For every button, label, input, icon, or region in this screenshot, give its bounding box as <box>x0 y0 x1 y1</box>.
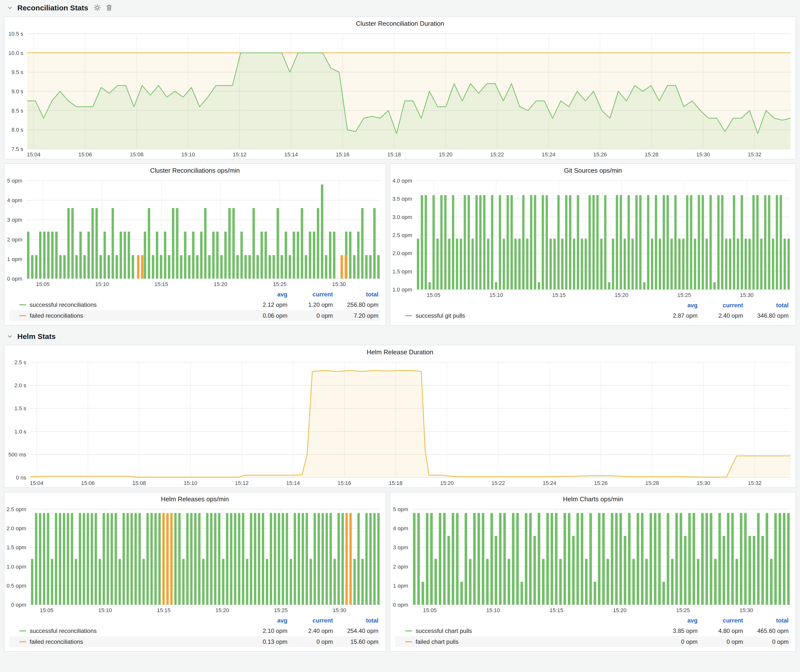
svg-text:15:22: 15:22 <box>491 480 505 486</box>
svg-text:2.0 opm: 2.0 opm <box>393 250 412 256</box>
svg-text:15:20: 15:20 <box>440 480 454 486</box>
legend: avgcurrenttotalsuccessful reconciliation… <box>5 288 386 325</box>
svg-text:15:10: 15:10 <box>486 607 500 613</box>
panel-title[interactable]: Helm Charts ops/min <box>390 492 795 505</box>
legend-col-total[interactable]: total <box>333 617 379 624</box>
chart-helm-releases-opm[interactable]: 2.5 opm2.0 opm1.5 opm1.0 opm0.5 opm0 opm… <box>5 505 386 614</box>
series-toggle[interactable]: successful git pulls <box>405 312 652 319</box>
svg-text:0 opm: 0 opm <box>393 602 408 608</box>
legend-row: successful chart pulls3.85 opm4.80 opm46… <box>395 626 790 636</box>
svg-text:3 opm: 3 opm <box>393 544 408 550</box>
svg-text:15:28: 15:28 <box>645 151 658 158</box>
legend-stat: 2.87 opm <box>652 312 698 319</box>
svg-text:15:12: 15:12 <box>235 480 249 486</box>
svg-text:15:04: 15:04 <box>27 151 40 158</box>
legend-stat: 2.10 opm <box>242 627 288 634</box>
svg-text:2 opm: 2 opm <box>393 564 408 570</box>
svg-text:8.0 s: 8.0 s <box>11 127 23 133</box>
chart-cluster-reconciliations-opm[interactable]: 5 opm4 opm3 opm2 opm1 opm0 opm15:0515:10… <box>5 177 386 288</box>
panel-title[interactable]: Cluster Reconciliations ops/min <box>5 164 386 177</box>
legend-header: avgcurrenttotal <box>10 290 381 299</box>
svg-text:15:15: 15:15 <box>552 292 566 298</box>
series-toggle[interactable]: successful reconciliations <box>19 627 242 634</box>
legend-col-current[interactable]: current <box>288 617 333 624</box>
legend-stat: 0 opm <box>698 638 743 645</box>
legend-header: avgcurrenttotal <box>395 616 790 626</box>
chart-svg: 4.0 opm3.5 opm3.0 opm2.5 opm2.0 opm1.5 o… <box>390 177 795 299</box>
legend-stat: 0.13 opm <box>242 638 288 645</box>
legend-col-avg[interactable]: avg <box>652 617 698 624</box>
series-toggle[interactable]: failed chart pulls <box>405 638 652 645</box>
svg-text:15:30: 15:30 <box>697 480 710 486</box>
svg-text:15:20: 15:20 <box>615 292 628 298</box>
series-toggle[interactable]: failed reconciliations <box>19 312 242 319</box>
section-title[interactable]: Reconciliation Stats <box>17 3 88 12</box>
legend-stat: 2.12 opm <box>242 301 288 308</box>
svg-text:15:05: 15:05 <box>427 292 440 298</box>
section-title[interactable]: Helm Stats <box>17 332 56 341</box>
legend-col-avg[interactable]: avg <box>242 291 288 298</box>
chart-svg: 2.5 s2.0 s1.5 s1.0 s500 ms0 ns15:0415:06… <box>5 358 795 487</box>
legend-col-total[interactable]: total <box>743 617 789 624</box>
series-toggle[interactable]: successful reconciliations <box>19 301 242 308</box>
svg-text:15:24: 15:24 <box>543 480 556 486</box>
svg-text:0 ns: 0 ns <box>16 475 26 481</box>
svg-text:2.0 s: 2.0 s <box>14 382 26 389</box>
chart-helm-charts-opm[interactable]: 5 opm4 opm3 opm2 opm1 opm0 opm15:0515:10… <box>390 505 795 614</box>
legend-col-avg[interactable]: avg <box>242 617 288 624</box>
panel-helm-charts-opm: Helm Charts ops/min 5 opm4 opm3 opm2 opm… <box>390 492 796 652</box>
chart-svg: 10.5 s10.0 s9.5 s9.0 s8.5 s8.0 s7.5 s15:… <box>5 30 795 159</box>
panel-title[interactable]: Cluster Reconciliation Duration <box>5 17 795 30</box>
legend-col-current[interactable]: current <box>698 617 743 624</box>
panel-title[interactable]: Helm Release Duration <box>5 346 795 358</box>
chart-git-sources-opm[interactable]: 4.0 opm3.5 opm3.0 opm2.5 opm2.0 opm1.5 o… <box>390 177 795 299</box>
legend-row: failed reconciliations0.06 opm0 opm7.20 … <box>10 310 381 321</box>
chart-cluster-reconciliation-duration[interactable]: 10.5 s10.0 s9.5 s9.0 s8.5 s8.0 s7.5 s15:… <box>5 30 795 159</box>
svg-text:0.5 opm: 0.5 opm <box>7 583 26 589</box>
legend-stat: 4.80 opm <box>698 627 743 634</box>
panel-cluster-reconciliation-duration: Cluster Reconciliation Duration 10.5 s10… <box>4 16 796 159</box>
series-swatch <box>405 630 412 631</box>
legend-col-avg[interactable]: avg <box>652 302 698 309</box>
gear-icon[interactable] <box>94 4 101 11</box>
svg-text:9.5 s: 9.5 s <box>11 69 23 75</box>
svg-text:4 opm: 4 opm <box>393 525 408 531</box>
svg-text:15:10: 15:10 <box>184 480 197 486</box>
svg-text:10.5 s: 10.5 s <box>8 31 23 37</box>
section-header-reconciliation-stats[interactable]: Reconciliation Stats <box>4 0 796 15</box>
legend: avgcurrenttotalsuccessful reconciliation… <box>5 614 386 651</box>
svg-text:5 opm: 5 opm <box>393 506 408 512</box>
svg-text:15:12: 15:12 <box>233 151 246 158</box>
legend-stat: 256.80 opm <box>333 301 379 308</box>
legend-col-current[interactable]: current <box>698 302 743 309</box>
series-swatch <box>405 315 412 316</box>
legend-col-total[interactable]: total <box>743 302 789 309</box>
legend-col-current[interactable]: current <box>288 291 333 298</box>
svg-text:15:18: 15:18 <box>389 480 402 486</box>
svg-text:15:32: 15:32 <box>748 480 762 486</box>
series-swatch <box>405 641 412 642</box>
series-swatch <box>19 641 26 642</box>
svg-text:1.5 opm: 1.5 opm <box>393 269 412 275</box>
chart-helm-release-duration[interactable]: 2.5 s2.0 s1.5 s1.0 s500 ms0 ns15:0415:06… <box>5 358 795 487</box>
panel-title[interactable]: Helm Releases ops/min <box>5 492 386 505</box>
svg-text:1.0 s: 1.0 s <box>14 429 26 435</box>
svg-text:15:25: 15:25 <box>677 292 691 298</box>
trash-icon[interactable] <box>106 4 113 11</box>
series-toggle[interactable]: failed reconciliations <box>19 638 242 645</box>
legend-stat: 15.60 opm <box>333 638 379 645</box>
svg-text:15:08: 15:08 <box>130 151 144 158</box>
svg-text:15:22: 15:22 <box>490 151 504 158</box>
svg-text:15:05: 15:05 <box>36 281 50 287</box>
section-header-helm-stats[interactable]: Helm Stats <box>4 329 796 344</box>
svg-text:15:30: 15:30 <box>740 292 754 298</box>
svg-text:15:06: 15:06 <box>81 480 95 486</box>
panel-title[interactable]: Git Sources ops/min <box>390 164 795 177</box>
legend: avgcurrenttotalsuccessful git pulls2.87 … <box>390 299 795 325</box>
series-toggle[interactable]: successful chart pulls <box>405 627 652 634</box>
svg-text:1.5 s: 1.5 s <box>14 405 26 411</box>
svg-text:15:16: 15:16 <box>336 151 349 158</box>
legend-row: failed reconciliations0.13 opm0 opm15.60… <box>10 636 381 647</box>
svg-text:1 opm: 1 opm <box>393 583 408 589</box>
legend-col-total[interactable]: total <box>333 291 379 298</box>
